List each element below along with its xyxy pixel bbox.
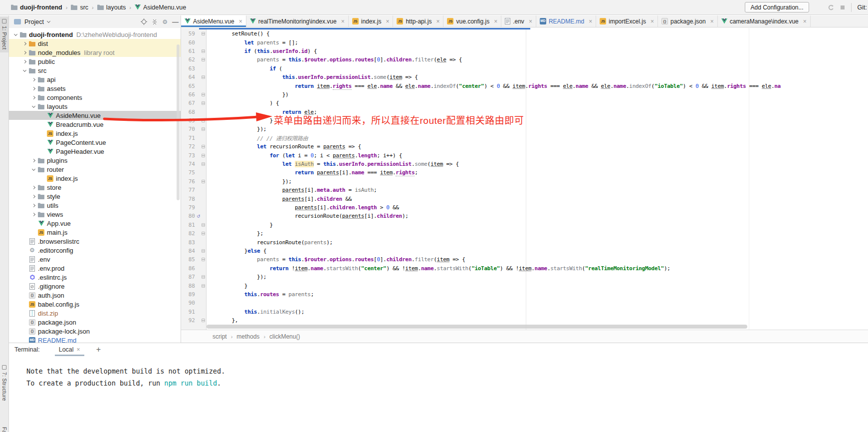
tree-item-style[interactable]: style [9,192,181,201]
code-line[interactable]: 87}); [181,273,868,281]
close-icon[interactable]: × [529,18,532,25]
tree-item-package-lock.json[interactable]: {}package-lock.json [9,327,181,336]
fold-marker[interactable] [201,249,206,253]
chevron-right-icon[interactable] [30,159,37,162]
close-icon[interactable]: × [651,18,654,25]
locate-button[interactable] [141,18,147,25]
line-number[interactable]: 80 [181,213,196,219]
close-icon[interactable]: × [494,18,497,25]
code-line[interactable]: 59setRoute() { [181,29,868,38]
fold-marker[interactable] [201,319,206,322]
recursive-call-icon[interactable]: ↺ [196,214,201,219]
breadcrumb-item[interactable]: duoji-frontend [11,4,62,11]
fold-marker[interactable] [201,32,206,35]
collapse-all-button[interactable] [152,19,158,25]
line-number[interactable]: 64 [181,74,196,80]
line-number[interactable]: 84 [181,248,196,254]
code-line[interactable]: 71// // 递归权限路由 [181,134,868,142]
fold-marker[interactable] [201,119,206,122]
tab-http-api.js[interactable]: JShttp-api.js× [393,15,443,27]
line-number[interactable]: 83 [181,239,196,246]
line-number[interactable]: 81 [181,222,196,228]
tree-item-pagecontent.vue[interactable]: PageContent.vue [9,138,181,147]
tree-item-store[interactable]: store [9,183,181,192]
chevron-right-icon[interactable] [21,51,28,54]
line-number[interactable]: 63 [181,65,196,72]
line-number[interactable]: 59 [181,30,196,37]
tree-item-views[interactable]: views [9,210,181,219]
line-number[interactable]: 77 [181,187,196,193]
line-number[interactable]: 75 [181,169,196,176]
tree-item-package.json[interactable]: {}package.json [9,318,181,327]
terminal-tab-local[interactable]: Local × [55,343,84,356]
line-number[interactable]: 66 [181,91,196,98]
line-number[interactable]: 73 [181,152,196,159]
fold-marker[interactable] [201,58,206,61]
add-configuration-button[interactable]: Add Configuration... [745,2,809,12]
stop-button[interactable] [840,5,845,10]
chevron-right-icon[interactable] [21,42,28,45]
line-number[interactable]: 87 [181,274,196,280]
fold-marker[interactable] [201,49,206,53]
line-number[interactable]: 62 [181,56,196,63]
chevron-right-icon[interactable] [30,78,37,81]
close-icon[interactable]: × [436,18,439,25]
fold-marker[interactable] [201,93,206,96]
code-line[interactable]: 80↺recursionRoute(parents[i].children); [181,212,868,220]
line-number[interactable]: 61 [181,48,196,54]
tree-item-dist[interactable]: dist [9,39,181,48]
tree-item-breadcrumb.vue[interactable]: Breadcrumb.vue [9,120,181,129]
line-number[interactable]: 86 [181,265,196,272]
code-line[interactable]: 83recursionRoute(parents); [181,238,868,246]
horizontal-scrollbar[interactable] [207,325,747,329]
tab-readme.md[interactable]: MDREADME.md× [536,15,596,27]
tree-item-readme.md[interactable]: MDREADME.md [9,336,181,343]
fold-marker[interactable] [201,180,206,183]
line-number[interactable]: 60 [181,39,196,46]
code-line[interactable]: 86return !item.name.startsWith("center")… [181,264,868,273]
tab-importexcel.js[interactable]: JSimportExcel.js× [596,15,658,27]
fold-marker[interactable] [201,145,206,148]
chevron-down-icon[interactable] [47,19,50,23]
line-number[interactable]: 79 [181,204,196,211]
tree-item-api[interactable]: api [9,75,181,84]
fold-marker[interactable] [201,232,206,235]
tree-item-app.vue[interactable]: App.vue [9,219,181,228]
code-line[interactable]: 88} [181,281,868,290]
tab-cameramanage-index.vue[interactable]: cameraManage\index.vue× [718,15,811,27]
tree-item-babel.config.js[interactable]: JSbabel.config.js [9,300,181,309]
code-line[interactable]: 82}; [181,229,868,238]
close-icon[interactable]: × [239,18,242,25]
code-line[interactable]: 60let parents = []; [181,38,868,46]
tree-item-duoji-frontend[interactable]: duoji-frontendD:\zheheWeb\duoji-frontend [9,30,181,39]
code-line[interactable]: 81} [181,221,868,229]
tree-item-plugins[interactable]: plugins [9,156,181,165]
chevron-down-icon[interactable] [21,70,28,71]
fold-marker[interactable] [201,284,206,288]
code-line[interactable]: 85parents = this.$router.options.routes[… [181,255,868,264]
chevron-right-icon[interactable] [30,186,37,189]
tree-item-components[interactable]: components [9,93,181,102]
tree-item-index.js[interactable]: JSindex.js [9,174,181,183]
line-number[interactable]: 72 [181,143,196,150]
code-line[interactable]: 92}, [181,316,868,325]
breadcrumb-item[interactable]: layouts [97,4,126,11]
tool-stripe-favorites[interactable]: Favorites [0,427,8,432]
code-line[interactable]: 62parents = this.$router.options.routes[… [181,55,868,64]
code-line[interactable]: 91this.initialKeys(); [181,308,868,316]
tab-.env[interactable]: .env× [501,15,536,27]
line-number[interactable]: 90 [181,300,196,306]
tab-asidemenu.vue[interactable]: AsideMenu.vue× [181,15,246,27]
chevron-right-icon[interactable] [30,195,37,198]
tree-item-.gitignore[interactable]: .gitignore [9,282,181,291]
fold-marker[interactable] [201,223,206,227]
tree-item-router[interactable]: router [9,165,181,174]
line-number[interactable]: 67 [181,100,196,106]
code-line[interactable]: 65return item.rights === ele.name && ele… [181,81,868,90]
tree-item-layouts[interactable]: layouts [9,102,181,111]
tree-item-pageheader.vue[interactable]: PageHeader.vue [9,147,181,156]
tab-package.json[interactable]: {}package.json× [658,15,718,27]
tree-item-main.js[interactable]: JSmain.js [9,228,181,237]
tree-item-.env[interactable]: .env [9,255,181,264]
tree-item-dist.zip[interactable]: dist.zip [9,309,181,318]
